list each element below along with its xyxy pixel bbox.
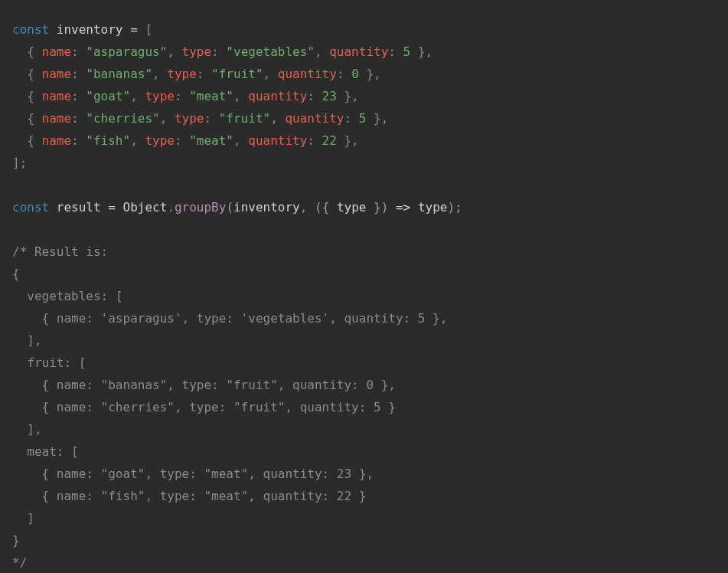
punctuation: ]; — [12, 156, 27, 170]
space — [307, 200, 315, 214]
keyword-const: const — [12, 200, 49, 214]
punctuation: ); — [447, 200, 462, 214]
identifier: inventory = — [49, 22, 145, 37]
punctuation: [ — [145, 22, 152, 37]
punctuation: , — [300, 200, 308, 214]
arrow-body: => type — [388, 200, 447, 214]
identifier: result = Object — [49, 200, 167, 214]
keyword-const: const — [12, 22, 49, 37]
punctuation: ({ — [315, 200, 337, 214]
punctuation: }) — [366, 200, 388, 214]
punctuation: ( — [226, 200, 233, 214]
method-groupby: groupBy — [175, 200, 226, 214]
block-comment: /* Result is: { vegetables: [ { name: 'a… — [12, 244, 447, 570]
code-block: const inventory = [ { name: "asparagus",… — [0, 0, 728, 573]
identifier: inventory — [233, 200, 300, 214]
punctuation: . — [167, 200, 175, 214]
identifier: type — [337, 200, 367, 214]
